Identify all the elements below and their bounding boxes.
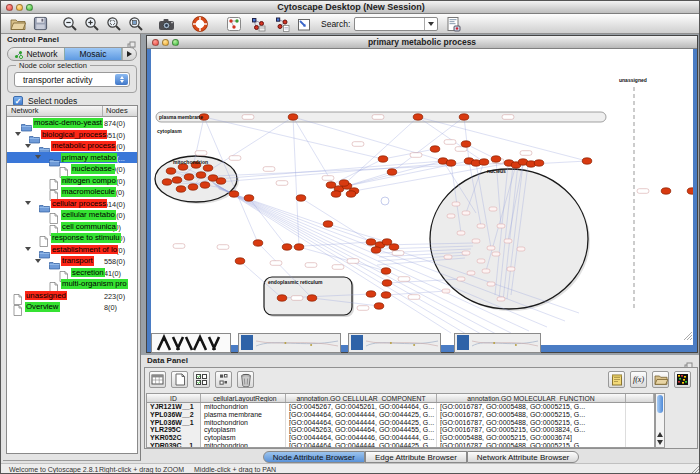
tree-row[interactable]: unassigned223(0): [7, 290, 137, 302]
table-cell: [GO:0016787, GO:0005488, GO:0005215, G..…: [437, 419, 626, 427]
network-graph[interactable]: plasma membranecytoplasmmitochondrionnuc…: [151, 49, 693, 345]
zoom-out-icon[interactable]: [61, 15, 79, 33]
table-row[interactable]: YPL036W__2plasma membrane[GO:0044464, GO…: [147, 411, 654, 419]
table-scrollbar[interactable]: [655, 393, 665, 448]
more-tabs-button[interactable]: [122, 48, 136, 60]
table-row[interactable]: YLR295Ccytoplasm[GO:0045263, GO:0044464,…: [147, 426, 654, 434]
table-column-header[interactable]: ID: [147, 394, 201, 402]
tree-column-nodes[interactable]: Nodes: [103, 106, 137, 116]
scroll-down-icon[interactable]: [656, 438, 664, 446]
tree-row-label: secretion: [71, 268, 105, 278]
attribute-batch-editor-icon[interactable]: [193, 371, 210, 388]
table-column-header-empty: [626, 394, 654, 402]
table-row[interactable]: YDR039C__1mitochondrion[GO:0044464, GO:0…: [147, 442, 654, 448]
tree-row[interactable]: transport558(0): [7, 255, 137, 267]
table-cell: [GO:0016787, GO:0005488, GO:0005215, G..…: [437, 411, 626, 419]
table-cell: [GO:0044464, GO:0044444, GO:0044425, G..…: [286, 442, 437, 448]
disclosure-triangle-icon[interactable]: [15, 132, 21, 136]
search-input[interactable]: [354, 17, 438, 31]
help-lifering-icon[interactable]: [191, 15, 209, 33]
main-toolbar: Search:: [1, 14, 700, 34]
vizmapper-network-icon[interactable]: [249, 15, 267, 33]
window-titlebar: Cytoscape Desktop (New Session): [1, 1, 700, 14]
tree-row[interactable]: response to stimulu264(0): [7, 232, 137, 244]
search-dropdown-icon[interactable]: [424, 18, 437, 30]
status-message: Welcome to Cytoscape 2.8.1: [9, 466, 98, 473]
report-icon[interactable]: [444, 15, 462, 33]
attribute-matrix-icon[interactable]: [215, 371, 232, 388]
table-cell: YLR295C: [147, 426, 201, 434]
attribute-table: ID_cellularLayoutRegionannotation.GO CEL…: [146, 393, 655, 448]
tab-network-attribute-browser[interactable]: Network Attribute Browser: [467, 451, 579, 463]
network-canvas[interactable]: plasma membranecytoplasmmitochondrionnuc…: [151, 49, 693, 345]
minimized-window-thumbnail[interactable]: [238, 333, 341, 353]
table-column-header[interactable]: annotation.GO CELLULAR_COMPONENT: [286, 394, 437, 402]
annotation-tool-icon[interactable]: [225, 15, 243, 33]
tree-row[interactable]: cellular process614(0): [7, 198, 137, 210]
tree-row[interactable]: cellular metabo209(0): [7, 209, 137, 221]
tree-row[interactable]: establishment of lo558(0): [7, 244, 137, 256]
disclosure-triangle-icon[interactable]: [25, 144, 31, 148]
tree-row[interactable]: cell communica22(0): [7, 221, 137, 233]
create-attribute-icon[interactable]: [171, 371, 188, 388]
tree-column-network[interactable]: Network: [7, 106, 103, 116]
disclosure-triangle-icon[interactable]: [35, 259, 41, 263]
tree-rows: mosaic-demo-yeast874(0)biological_proces…: [7, 117, 137, 313]
zoom-in-icon[interactable]: [83, 15, 101, 33]
scroll-up-icon[interactable]: [656, 430, 664, 438]
attribute-table-header: ID_cellularLayoutRegionannotation.GO CEL…: [147, 394, 654, 403]
tree-row[interactable]: nucleobase-209(0): [7, 163, 137, 175]
zoom-selected-icon[interactable]: [105, 15, 123, 33]
table-cell: [GO:0016787, GO:0005488, GO:0005215, G..…: [437, 403, 626, 411]
delete-attribute-icon[interactable]: [237, 371, 254, 388]
tab-edge-attribute-browser[interactable]: Edge Attribute Browser: [365, 451, 467, 463]
minimized-window-thumbnail[interactable]: [454, 333, 541, 353]
scrollbar-thumb[interactable]: [657, 395, 663, 413]
disclosure-triangle-icon[interactable]: [25, 247, 31, 251]
attribute-editor-icon[interactable]: [608, 371, 625, 388]
table-row[interactable]: YKR052Ccytoplasm[GO:0044464, GO:0044446,…: [147, 434, 654, 442]
zoom-fit-icon[interactable]: [127, 15, 145, 33]
tab-network[interactable]: Network: [8, 48, 64, 60]
import-attributes-icon[interactable]: [652, 371, 669, 388]
disclosure-triangle-icon[interactable]: [25, 201, 31, 205]
tree-row[interactable]: multi-organism pro42(0): [7, 278, 137, 290]
tree-row[interactable]: macromolecule311(0): [7, 186, 137, 198]
tree-row[interactable]: primary metabo209(...: [7, 152, 137, 164]
network-frame-titlebar[interactable]: primary metabolic process: [147, 36, 697, 49]
edit-network-icon[interactable]: [273, 15, 291, 33]
tree-row[interactable]: metabolic process280(0): [7, 140, 137, 152]
import-network-icon[interactable]: [295, 15, 313, 33]
tree-row[interactable]: Overview8(0): [7, 301, 137, 313]
tree-row[interactable]: mosaic-demo-yeast874(0): [7, 117, 137, 129]
tab-mosaic[interactable]: Mosaic: [64, 48, 122, 60]
minimized-window-thumbnail[interactable]: [151, 333, 231, 353]
select-attributes-icon[interactable]: [149, 371, 166, 388]
node-color-dropdown[interactable]: transporter activity: [14, 72, 130, 87]
resize-grip-icon[interactable]: [682, 326, 692, 344]
node-color-dropdown-value: transporter activity: [23, 75, 92, 85]
save-icon[interactable]: [31, 15, 49, 33]
region-label: cytoplasm: [157, 128, 182, 134]
heatmap-view-icon[interactable]: [674, 371, 691, 388]
snapshot-camera-icon[interactable]: [157, 15, 175, 33]
tree-row[interactable]: secretion41(0): [7, 267, 137, 279]
tab-node-attribute-browser[interactable]: Node Attribute Browser: [263, 451, 365, 463]
tree-row-label: cell communica: [61, 222, 117, 232]
table-row[interactable]: YPL036W__1mitochondrion[GO:0044464, GO:0…: [147, 419, 654, 427]
table-row[interactable]: YJR121W__1mitochondrion[GO:0045267, GO:0…: [147, 403, 654, 411]
region-label: unassigned: [619, 77, 647, 83]
table-cell: [GO:0044464, GO:0044444, GO:0044425, G..…: [286, 419, 437, 427]
graph-nodes-layer[interactable]: [162, 114, 693, 309]
region-label: plasma membrane: [159, 114, 203, 120]
tree-row[interactable]: nitrogen compo209(0): [7, 175, 137, 187]
disclosure-triangle-icon[interactable]: [35, 155, 41, 159]
table-cell: [GO:0016787, GO:0005215, GO:0003824, G..…: [437, 426, 626, 434]
table-column-header[interactable]: _cellularLayoutRegion: [201, 394, 286, 402]
open-file-icon[interactable]: [9, 15, 27, 33]
tree-row[interactable]: biological_process651(0): [7, 129, 137, 141]
table-column-header[interactable]: annotation.GO MOLECULAR_FUNCTION: [437, 394, 626, 402]
window-resize-grip-icon[interactable]: [689, 464, 699, 474]
function-builder-icon[interactable]: f(x): [630, 371, 647, 388]
minimized-window-thumbnail[interactable]: [348, 333, 441, 353]
